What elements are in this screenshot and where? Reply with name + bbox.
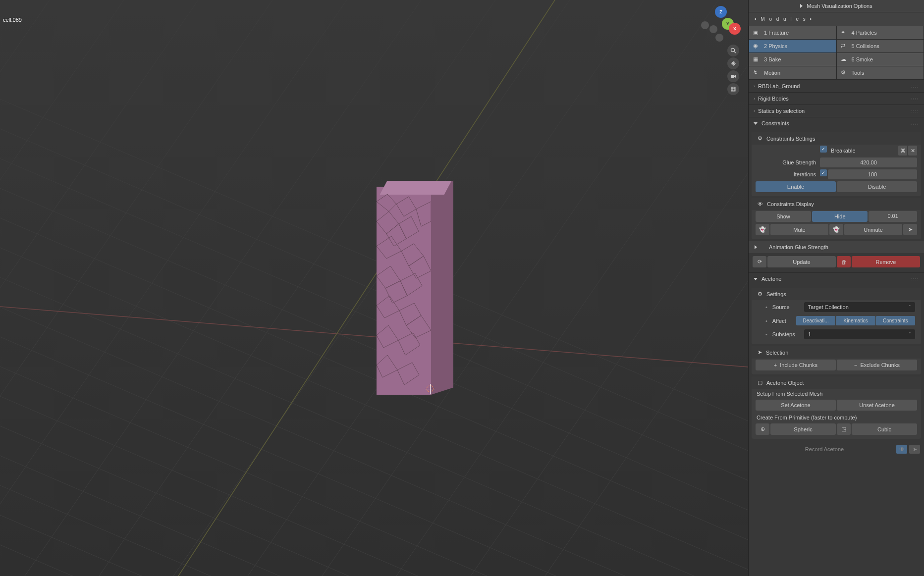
glue-strength-label: Glue Strength bbox=[756, 159, 820, 165]
axis-neg-x[interactable] bbox=[701, 21, 709, 29]
svg-line-0 bbox=[0, 99, 748, 421]
iterations-label: Iterations bbox=[756, 171, 820, 177]
perspective-icon[interactable] bbox=[727, 83, 739, 95]
orientation-gizmo[interactable]: Z Y X bbox=[701, 4, 741, 44]
minus-icon: − bbox=[854, 362, 857, 368]
svg-line-11 bbox=[0, 426, 748, 576]
unlink-icon[interactable]: ✕ bbox=[908, 146, 917, 156]
gear-icon: ⚙ bbox=[758, 291, 762, 297]
selection-header: ➤ Selection bbox=[752, 346, 921, 359]
axis-neg-z[interactable] bbox=[715, 34, 723, 42]
svg-line-9 bbox=[0, 367, 748, 576]
mute-button[interactable]: Mute bbox=[770, 224, 828, 235]
fractured-cube-object[interactable] bbox=[381, 181, 466, 399]
unmute-icon[interactable]: 👻 bbox=[829, 224, 843, 235]
update-button[interactable]: Update bbox=[767, 256, 836, 267]
constraints-display-header: 👁 Constraints Display bbox=[752, 198, 921, 210]
affect-constraints[interactable]: Constraints bbox=[876, 316, 915, 325]
affect-kinematics[interactable]: Kinematics bbox=[836, 316, 875, 325]
svg-line-3 bbox=[0, 188, 748, 510]
iterations-checkbox[interactable]: ✓ bbox=[820, 169, 827, 176]
axis-x[interactable]: X bbox=[729, 23, 741, 35]
unmute-button[interactable]: Unmute bbox=[844, 224, 902, 235]
anim-glue-header[interactable]: Animation Glue Strength bbox=[749, 241, 924, 253]
svg-line-14 bbox=[0, 515, 748, 576]
section-constraints[interactable]: Constraints:::: bbox=[749, 117, 924, 129]
cursor-icon[interactable]: ➤ bbox=[903, 224, 917, 235]
drag-handle-icon[interactable]: :::: bbox=[911, 97, 919, 101]
svg-point-31 bbox=[731, 49, 735, 52]
cursor-toggle-icon[interactable]: ➤ bbox=[909, 445, 920, 454]
section-statics[interactable]: ›Statics by selection:::: bbox=[749, 105, 924, 117]
cursor-icon: ➤ bbox=[758, 349, 762, 356]
disable-button[interactable]: Disable bbox=[837, 181, 917, 192]
3d-viewport[interactable]: cell.089 bbox=[0, 0, 748, 576]
create-primitive-label: Create From Primitive (faster to compute… bbox=[752, 412, 921, 422]
set-acetone-button[interactable]: Set Acetone bbox=[756, 400, 836, 411]
drag-handle-icon[interactable]: :::: bbox=[911, 121, 919, 126]
axis-z[interactable]: Z bbox=[715, 6, 727, 18]
pan-icon[interactable] bbox=[727, 57, 739, 69]
modules-title: • M o d u l e s • bbox=[749, 12, 924, 26]
section-rigid[interactable]: ›Rigid Bodies:::: bbox=[749, 92, 924, 105]
source-dropdown[interactable]: Target Collection bbox=[804, 302, 915, 312]
enable-button[interactable]: Enable bbox=[756, 181, 836, 192]
breakable-checkbox[interactable]: ✓ bbox=[820, 146, 827, 153]
motion-icon: ↯ bbox=[753, 69, 760, 76]
svg-line-12 bbox=[0, 456, 748, 576]
display-value-field[interactable]: 0.01 bbox=[869, 211, 917, 222]
breakable-label: Breakable bbox=[828, 146, 897, 156]
substeps-label: Substeps bbox=[772, 331, 802, 337]
svg-line-30 bbox=[178, 0, 555, 576]
bake-icon: ▦ bbox=[753, 56, 760, 63]
svg-line-21 bbox=[25, 0, 421, 576]
module-collisions[interactable]: ⇄5 Collisions bbox=[837, 40, 924, 52]
remove-button[interactable]: Remove bbox=[852, 256, 920, 267]
module-bake[interactable]: ▦3 Bake bbox=[749, 53, 836, 66]
link-icon[interactable]: ⌘ bbox=[898, 146, 907, 156]
show-button[interactable]: Show bbox=[756, 211, 811, 222]
section-acetone[interactable]: Acetone:::: bbox=[749, 272, 924, 285]
drag-handle-icon[interactable]: :::: bbox=[911, 277, 919, 281]
axis-neg-y[interactable] bbox=[709, 25, 717, 33]
svg-line-18 bbox=[0, 0, 198, 576]
drag-handle-icon[interactable]: :::: bbox=[911, 84, 919, 89]
camera-icon[interactable] bbox=[727, 70, 739, 82]
eye-toggle-icon[interactable]: 👁 bbox=[896, 445, 907, 454]
eye-icon: 👁 bbox=[758, 201, 763, 207]
mute-icon[interactable]: 👻 bbox=[756, 224, 769, 235]
glue-strength-field[interactable]: 420.00 bbox=[820, 157, 917, 167]
svg-line-28 bbox=[545, 0, 748, 576]
svg-rect-33 bbox=[731, 75, 734, 78]
drag-handle-icon[interactable]: :::: bbox=[911, 109, 919, 113]
modules-grid: ▣1 Fracture ✦4 Particles ◉2 Physics ⇄5 C… bbox=[749, 26, 924, 80]
module-tools[interactable]: ⚙Tools bbox=[837, 66, 924, 79]
hide-button[interactable]: Hide bbox=[812, 211, 868, 222]
svg-line-20 bbox=[0, 0, 347, 576]
cubic-button[interactable]: Cubic bbox=[852, 423, 917, 435]
spheric-button[interactable]: Spheric bbox=[770, 423, 836, 435]
svg-line-17 bbox=[0, 0, 124, 576]
cube-icon[interactable]: ◳ bbox=[837, 423, 851, 435]
include-chunks-button[interactable]: +Include Chunks bbox=[756, 360, 836, 370]
zoom-icon[interactable] bbox=[727, 45, 739, 56]
iterations-field[interactable]: 100 bbox=[828, 169, 917, 179]
exclude-chunks-button[interactable]: −Exclude Chunks bbox=[837, 360, 917, 370]
module-physics[interactable]: ◉2 Physics bbox=[749, 40, 836, 52]
svg-line-32 bbox=[734, 52, 736, 53]
trash-icon[interactable]: 🗑 bbox=[837, 256, 851, 267]
module-particles[interactable]: ✦4 Particles bbox=[837, 26, 924, 39]
unset-acetone-button[interactable]: Unset Acetone bbox=[837, 400, 917, 411]
substeps-dropdown[interactable]: 1 bbox=[804, 329, 915, 339]
module-motion[interactable]: ↯Motion bbox=[749, 66, 836, 79]
refresh-icon[interactable]: ⟳ bbox=[753, 256, 766, 267]
sphere-icon[interactable]: ⊕ bbox=[756, 423, 769, 435]
affect-deactivation[interactable]: Deactivati... bbox=[796, 316, 835, 325]
cube-icon: ▣ bbox=[753, 29, 760, 36]
module-fracture[interactable]: ▣1 Fracture bbox=[749, 26, 836, 39]
module-smoke[interactable]: ☁6 Smoke bbox=[837, 53, 924, 66]
particles-icon: ✦ bbox=[841, 29, 848, 36]
section-rbdlab[interactable]: ›RBDLab_Ground:::: bbox=[749, 80, 924, 92]
mesh-viz-header[interactable]: Mesh Visualization Options bbox=[749, 0, 924, 12]
collisions-icon: ⇄ bbox=[841, 43, 848, 50]
